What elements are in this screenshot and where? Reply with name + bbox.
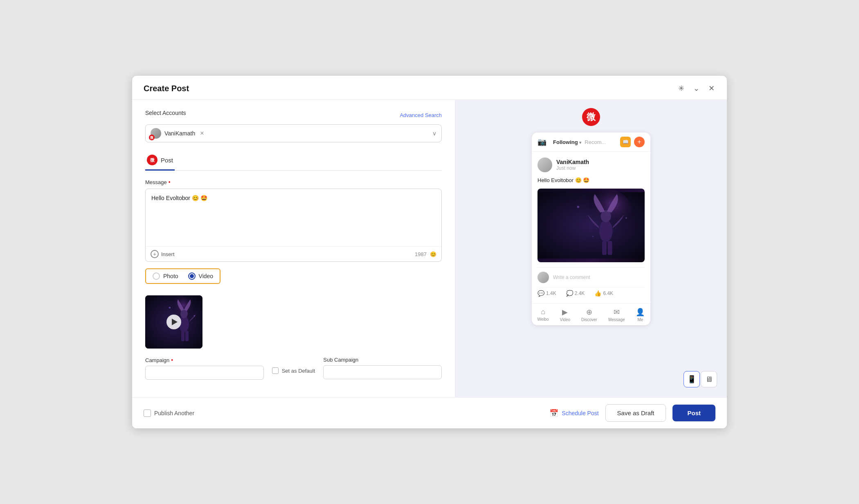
tab-post-label: Post — [161, 157, 173, 164]
schedule-post-button[interactable]: 📅 Schedule Post — [549, 409, 598, 418]
set-default-label: Set as Default — [282, 368, 315, 374]
account-remove-icon[interactable]: × — [200, 130, 204, 137]
preview-comment-row: Write a comment — [537, 267, 645, 287]
preview-message: Hello Evoltobor 😊 🤩 — [537, 176, 645, 184]
schedule-label: Schedule Post — [562, 410, 598, 416]
calendar-icon: 📅 — [549, 409, 558, 418]
nav-discover-label: Discover — [581, 317, 597, 322]
nav-video[interactable]: ▶ Video — [560, 308, 570, 322]
close-button[interactable]: ✕ — [708, 83, 715, 94]
tab-recom[interactable]: Recom... — [585, 139, 606, 145]
insert-button[interactable]: + Insert — [151, 250, 175, 258]
sub-campaign-input[interactable] — [323, 365, 442, 379]
tab-following[interactable]: Following ▾ — [551, 137, 584, 147]
account-tag: 微 VaniKamath × — [151, 128, 204, 139]
video-label: Video — [199, 273, 214, 279]
plus-icon[interactable]: + — [634, 137, 645, 147]
campaign-input[interactable] — [145, 366, 264, 380]
video-play-overlay — [145, 295, 202, 349]
message-content-area[interactable]: Hello Evoltobor 😊 🤩 — [146, 189, 441, 246]
weibo-icon: 微 — [150, 135, 153, 140]
chevron-down-button[interactable]: ⌄ — [693, 83, 700, 94]
comment-placeholder[interactable]: Write a comment — [553, 274, 590, 280]
book-icon-inner: 📖 — [623, 139, 629, 145]
desktop-device-button[interactable]: 🖥 — [701, 371, 717, 387]
camera-icon: 📷 — [537, 137, 546, 146]
preview-post: VaniKamath Just now Hello Evoltobor 😊 🤩 — [532, 152, 650, 303]
campaign-section: Campaign • Set as Default Sub Campaign — [145, 357, 442, 380]
sub-campaign-field: Sub Campaign — [323, 357, 442, 379]
weibo-home-icon: ⌂ — [541, 308, 545, 316]
preview-avatar — [537, 158, 552, 172]
chevron-down-icon: ∨ — [432, 130, 436, 137]
left-panel: Select Accounts Advanced Search 微 VaniKa… — [132, 100, 455, 397]
modal-footer: Publish Another 📅 Schedule Post Save as … — [132, 397, 727, 428]
stat-comments: 💬 1.4K — [537, 290, 556, 297]
photo-radio-circle — [153, 272, 160, 280]
preview-comment-avatar — [537, 272, 549, 283]
video-radio-option[interactable]: Video — [188, 272, 214, 280]
campaign-field: Campaign • — [145, 357, 264, 380]
preview-user-row: VaniKamath Just now — [537, 158, 645, 172]
required-indicator: • — [169, 179, 171, 185]
tab-post[interactable]: 微 Post — [145, 151, 175, 171]
play-button[interactable] — [166, 315, 181, 329]
message-label-text: Message — [145, 179, 167, 185]
nav-message[interactable]: ✉ Message — [608, 308, 625, 322]
photo-radio-option[interactable]: Photo — [153, 272, 178, 280]
preview-stats-row: 💬 1.4K 💭 2.4K 👍 6.4K — [537, 287, 645, 297]
message-bottom-bar: + Insert 1987 😊 — [146, 246, 441, 261]
nav-weibo[interactable]: ⌂ Weibo — [537, 308, 549, 322]
svg-point-15 — [577, 206, 579, 208]
save-draft-button[interactable]: Save as Draft — [605, 404, 666, 422]
svg-rect-13 — [602, 241, 607, 254]
set-default-checkbox[interactable] — [272, 367, 279, 374]
modal-title: Create Post — [144, 84, 189, 93]
modal-header: Create Post ✳ ⌄ ✕ — [132, 76, 727, 100]
post-tabs: 微 Post — [145, 151, 442, 171]
publish-another-checkbox[interactable] — [144, 410, 151, 417]
likes-count: 6.4K — [603, 290, 613, 296]
nav-weibo-label: Weibo — [537, 317, 549, 322]
svg-rect-14 — [608, 241, 612, 254]
pin-button[interactable]: ✳ — [677, 83, 685, 94]
message-text: Hello Evoltobor 😊 🤩 — [151, 195, 207, 201]
message-textarea-wrapper: Hello Evoltobor 😊 🤩 + Insert 1987 😊 — [145, 189, 442, 262]
create-post-modal: Create Post ✳ ⌄ ✕ Select Accounts Advanc… — [132, 75, 727, 429]
video-thumbnail[interactable] — [145, 295, 202, 349]
book-icon[interactable]: 📖 — [620, 137, 631, 147]
weibo-logo: 微 — [582, 108, 600, 126]
account-name: VaniKamath — [164, 130, 195, 137]
mobile-device-button[interactable]: 📱 — [684, 371, 700, 387]
modal-body: Select Accounts Advanced Search 微 VaniKa… — [132, 100, 727, 397]
phone-preview: 📷 Following ▾ Recom... 📖 + — [532, 133, 650, 325]
insert-label: Insert — [161, 251, 175, 257]
weibo-tab-icon: 微 — [147, 155, 157, 165]
nav-discover[interactable]: ⊕ Discover — [581, 308, 597, 322]
nav-me[interactable]: 👤 Me — [636, 308, 645, 322]
publish-another-row: Publish Another — [144, 410, 194, 417]
comments-icon: 💬 — [537, 290, 544, 297]
video-nav-icon: ▶ — [562, 308, 568, 317]
advanced-search-link[interactable]: Advanced Search — [400, 112, 442, 118]
publish-another-label: Publish Another — [154, 410, 194, 416]
post-button[interactable]: Post — [672, 405, 715, 421]
media-type-row: Photo Video — [145, 268, 220, 284]
preview-nav: 📷 Following ▾ Recom... 📖 + — [532, 133, 650, 152]
sub-campaign-label-row: Sub Campaign — [323, 357, 442, 363]
preview-warrior-image — [537, 189, 645, 262]
campaign-required: • — [171, 357, 173, 363]
header-actions: ✳ ⌄ ✕ — [677, 83, 715, 94]
preview-username: VaniKamath — [556, 159, 589, 165]
insert-icon: + — [151, 250, 159, 258]
weibo-badge: 微 — [149, 135, 155, 140]
account-selector[interactable]: 微 VaniKamath × ∨ — [145, 124, 442, 142]
stat-likes: 👍 6.4K — [594, 290, 613, 297]
shares-icon: 💭 — [566, 290, 573, 297]
set-default-row: Set as Default — [272, 357, 315, 374]
svg-point-16 — [625, 217, 627, 219]
preview-tabs: Following ▾ Recom... — [551, 137, 616, 147]
emoji-icon: 😊 — [430, 251, 436, 257]
message-label: Message • — [145, 179, 442, 185]
following-label: Following — [553, 139, 578, 145]
